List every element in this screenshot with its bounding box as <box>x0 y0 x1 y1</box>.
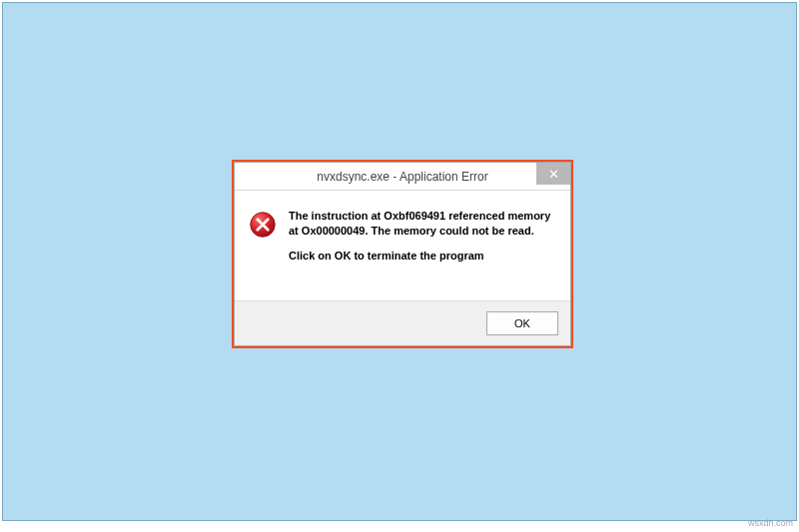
watermark: wsxdn.com <box>748 518 793 528</box>
error-icon <box>249 211 277 239</box>
dialog-title: nvxdsync.exe - Application Error <box>235 170 570 184</box>
ok-button-label: OK <box>514 317 530 329</box>
dialog-message: The instruction at Oxbf069491 referenced… <box>289 209 556 273</box>
close-icon: ✕ <box>548 168 559 181</box>
dialog-content: The instruction at Oxbf069491 referenced… <box>235 191 570 300</box>
close-button[interactable]: ✕ <box>536 163 570 185</box>
ok-button[interactable]: OK <box>486 311 558 335</box>
error-message-line2: Click on OK to terminate the program <box>289 249 556 264</box>
dialog-highlight-frame: nvxdsync.exe - Application Error ✕ <box>232 160 573 348</box>
error-message-line1: The instruction at Oxbf069491 referenced… <box>289 209 556 239</box>
error-dialog: nvxdsync.exe - Application Error ✕ <box>234 162 571 346</box>
dialog-titlebar: nvxdsync.exe - Application Error ✕ <box>235 163 570 191</box>
dialog-footer: OK <box>235 300 570 345</box>
